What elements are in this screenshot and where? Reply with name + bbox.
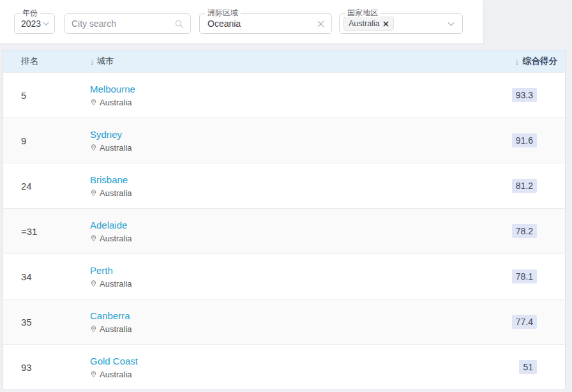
column-header-rank: 排名 [3,56,90,67]
table-header: 排名 ↓ 城市 ↓ 综合得分 [3,50,565,72]
location-pin-icon [90,280,97,287]
score-badge: 81.2 [512,179,537,193]
city-search-field[interactable] [64,13,191,34]
sort-descending-icon[interactable]: ↓ [515,57,520,66]
city-link[interactable]: Sydney [90,129,122,140]
table-row: =31 Adelaide Australia 78.2 [3,208,565,253]
sort-descending-icon[interactable]: ↓ [90,57,94,66]
score-badge: 51 [519,360,537,374]
rank-value: 24 [3,181,90,192]
search-icon [174,19,184,29]
rank-value: =31 [3,226,90,237]
country-label: Australia [100,143,132,153]
year-select-label: 年份 [20,8,40,17]
column-header-city-label: 城市 [97,56,114,67]
city-link[interactable]: Canberra [90,310,130,321]
location-pin-icon [90,189,97,197]
country-select-label: 国家地区 [345,8,380,17]
city-link[interactable]: Melbourne [90,84,135,94]
location-pin-icon [90,234,97,242]
location-pin-icon [90,144,97,151]
tag-remove-icon[interactable] [383,21,389,27]
table-row: 9 Sydney Australia 91.6 [3,117,565,163]
score-badge: 78.1 [512,269,537,283]
country-tag-label: Australia [349,19,380,28]
filter-bar: 年份 2023 洲际区域 Oceania 国家地区 Australia [0,0,483,43]
table-row: 93 Gold Coast Australia 51 [3,344,565,389]
table-row: 5 Melbourne Australia 93.3 [3,72,565,117]
country-label: Australia [100,234,132,243]
column-header-score-label: 综合得分 [523,56,557,67]
country-label: Australia [100,370,132,379]
rank-value: 5 [3,90,90,101]
country-label: Australia [100,324,132,334]
city-link[interactable]: Brisbane [90,174,128,185]
rank-value: 9 [3,135,90,146]
clear-icon[interactable] [317,20,325,28]
table-row: 35 Canberra Australia 77.4 [3,299,565,344]
column-header-score[interactable]: ↓ 综合得分 [515,56,566,67]
year-select[interactable]: 年份 2023 [14,13,55,34]
city-link[interactable]: Perth [90,265,113,276]
score-badge: 78.2 [512,224,537,238]
chevron-down-icon [446,19,456,29]
location-pin-icon [90,370,97,378]
column-header-city[interactable]: ↓ 城市 [90,56,515,67]
country-label: Australia [100,98,132,107]
table-body: 5 Melbourne Australia 93.3 9 Sydney [3,72,565,389]
location-pin-icon [90,325,97,333]
region-select[interactable]: 洲际区域 Oceania [199,13,332,34]
rank-value: 93 [3,362,90,373]
score-badge: 77.4 [512,315,537,329]
country-select[interactable]: 国家地区 Australia [339,13,463,34]
city-link[interactable]: Adelaide [90,220,127,230]
city-search-input[interactable] [72,19,174,29]
country-label: Australia [100,279,132,289]
score-badge: 91.6 [512,133,537,147]
table-row: 24 Brisbane Australia 81.2 [3,163,565,208]
table-row: 34 Perth Australia 78.1 [3,253,565,299]
rank-value: 35 [3,317,90,328]
region-select-label: 洲际区域 [205,8,241,17]
region-select-value: Oceania [207,19,241,29]
city-link[interactable]: Gold Coast [90,356,138,366]
location-pin-icon [90,98,97,106]
country-tag-australia: Australia [343,17,394,31]
score-badge: 93.3 [512,88,537,102]
chevron-down-icon [41,19,50,28]
year-select-value: 2023 [21,19,41,29]
rank-value: 34 [3,271,90,282]
city-ranking-table: 排名 ↓ 城市 ↓ 综合得分 5 Melbourne Australia 93.… [3,50,566,390]
country-label: Australia [100,188,132,198]
